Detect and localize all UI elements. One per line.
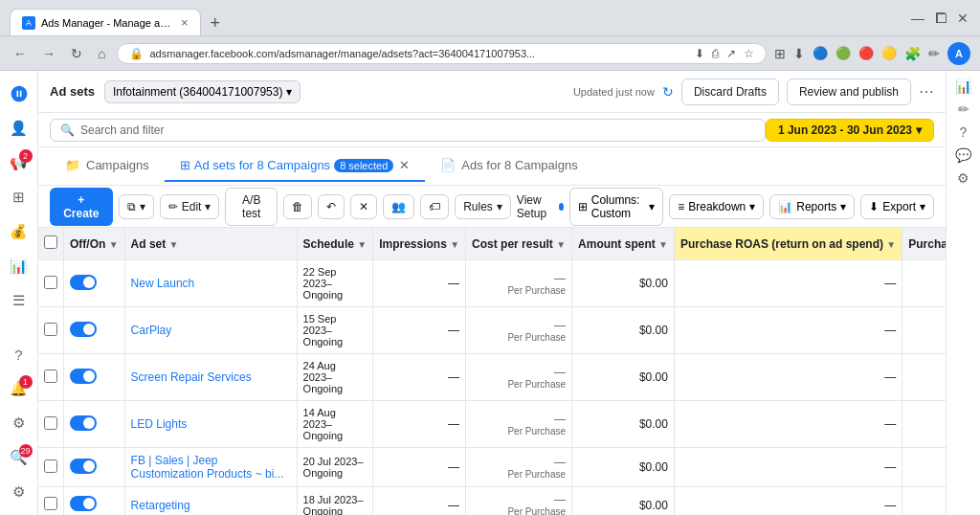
- browser-ext-4[interactable]: 🟡: [881, 46, 897, 60]
- remove-button[interactable]: ✕: [350, 194, 377, 219]
- discard-drafts-button[interactable]: Discard Drafts: [681, 78, 779, 105]
- sidebar-settings-icon[interactable]: ⚙: [4, 408, 34, 438]
- back-button[interactable]: ←: [10, 44, 31, 63]
- row-toggle[interactable]: [70, 415, 97, 431]
- ad-set-link[interactable]: LED Lights: [131, 417, 188, 431]
- ad-set-link[interactable]: FB | Sales | Jeep Customization Products…: [131, 454, 284, 481]
- more-options-button[interactable]: ⋯: [919, 82, 934, 101]
- sidebar-config-icon[interactable]: ⚙: [4, 477, 34, 507]
- export-button[interactable]: ⬇ Export ▾: [860, 194, 934, 219]
- right-help-icon[interactable]: ?: [960, 124, 968, 140]
- ad-set-link[interactable]: Screen Repair Services: [131, 370, 252, 384]
- close-window-button[interactable]: ✕: [955, 9, 970, 28]
- download-manager-icon[interactable]: ⬇: [793, 46, 805, 61]
- row-toggle-cell[interactable]: [64, 487, 125, 516]
- amount-spent-header[interactable]: Amount spent ▼: [572, 228, 675, 260]
- ad-set-link[interactable]: CarPlay: [131, 324, 172, 337]
- campaigns-tab[interactable]: 📁 Campaigns: [50, 150, 165, 182]
- row-toggle-cell[interactable]: [64, 401, 125, 448]
- off-on-header[interactable]: Off/On ▼: [64, 228, 125, 260]
- ad-set-link[interactable]: Retargeting: [131, 499, 190, 512]
- right-chat-icon[interactable]: 💬: [955, 147, 971, 163]
- row-toggle-cell[interactable]: [64, 448, 125, 487]
- ads-tab[interactable]: 📄 Ads for 8 Campaigns: [425, 150, 592, 182]
- tag-button[interactable]: 🏷: [420, 194, 449, 219]
- row-checkbox[interactable]: [44, 459, 57, 473]
- minimize-button[interactable]: —: [909, 9, 926, 28]
- right-pencil-icon[interactable]: ✏: [958, 101, 969, 117]
- row-toggle[interactable]: [70, 496, 97, 511]
- pen-icon[interactable]: ✏: [928, 46, 940, 61]
- impressions-header[interactable]: Impressions ▼: [373, 228, 466, 260]
- rules-button[interactable]: Rules ▾: [455, 194, 511, 219]
- row-checkbox-cell[interactable]: [38, 260, 64, 307]
- browser-ext-2[interactable]: 🟢: [835, 46, 851, 60]
- row-checkbox-cell[interactable]: [38, 307, 64, 354]
- row-checkbox[interactable]: [44, 369, 57, 383]
- sidebar-list-icon[interactable]: ☰: [4, 285, 34, 316]
- view-setup-button[interactable]: View Setup: [517, 193, 564, 220]
- row-checkbox-cell[interactable]: [38, 354, 64, 401]
- columns-button[interactable]: ⊞ Columns: Custom ▾: [569, 188, 663, 226]
- refresh-button[interactable]: ↻: [662, 84, 674, 100]
- schedule-header[interactable]: Schedule ▼: [297, 228, 373, 260]
- star-icon[interactable]: ☆: [744, 47, 754, 60]
- row-toggle[interactable]: [70, 369, 97, 384]
- sidebar-search-icon[interactable]: 🔍 29: [4, 442, 34, 473]
- ad-set-link[interactable]: New Launch: [131, 277, 195, 290]
- tab-close-button[interactable]: ×: [181, 15, 189, 30]
- profile-button[interactable]: A: [947, 42, 970, 65]
- cost-per-result-header[interactable]: Cost per result ▼: [466, 228, 572, 260]
- share-icon[interactable]: ↗: [726, 47, 736, 60]
- clear-selection-button[interactable]: ✕: [399, 158, 410, 172]
- row-checkbox[interactable]: [44, 276, 57, 289]
- row-checkbox[interactable]: [44, 497, 57, 510]
- sidebar-user-icon[interactable]: 👤: [4, 113, 34, 144]
- create-button[interactable]: + Create: [50, 188, 113, 226]
- date-range-button[interactable]: 1 Jun 2023 - 30 Jun 2023 ▾: [766, 119, 934, 142]
- search-filter-bar[interactable]: 🔍 Search and filter: [50, 119, 766, 142]
- campaign-selector[interactable]: Infotainment (364004171007953) ▾: [104, 80, 301, 103]
- forward-button[interactable]: →: [38, 44, 59, 63]
- row-toggle[interactable]: [70, 459, 97, 474]
- screenshot-icon[interactable]: ⎙: [712, 47, 719, 60]
- row-toggle[interactable]: [70, 275, 97, 290]
- browser-ext-3[interactable]: 🔴: [858, 46, 874, 60]
- maximize-button[interactable]: ⧠: [932, 9, 949, 28]
- row-toggle-cell[interactable]: [64, 307, 125, 354]
- new-tab-button[interactable]: +: [205, 11, 227, 35]
- select-all-checkbox[interactable]: [44, 235, 57, 249]
- ad-sets-tab[interactable]: ⊞ Ad sets for 8 Campaigns 8 selected ✕: [165, 150, 426, 182]
- edit-button[interactable]: ✏ Edit ▾: [160, 194, 220, 219]
- reload-button[interactable]: ↻: [67, 44, 86, 63]
- purchase-roas-header[interactable]: Purchase ROAS (return on ad spend) ▼: [674, 228, 902, 260]
- browser-ext-1[interactable]: 🔵: [813, 46, 828, 60]
- audience-button[interactable]: 👥: [383, 194, 414, 219]
- ab-test-button[interactable]: A/B test: [225, 188, 278, 226]
- row-toggle-cell[interactable]: [64, 354, 125, 401]
- sidebar-dollar-icon[interactable]: 💰: [4, 216, 34, 247]
- duplicate-button[interactable]: ⧉ ▾: [119, 194, 154, 219]
- purchases-conv-header[interactable]: Purchases conversion value ▼: [902, 228, 946, 260]
- sidebar-bell-icon[interactable]: 🔔 1: [4, 373, 34, 404]
- active-tab[interactable]: A Ads Manager - Manage ads - A... ×: [10, 9, 201, 35]
- sidebar-chart-icon[interactable]: 📊: [4, 251, 34, 281]
- right-settings-icon[interactable]: ⚙: [957, 170, 969, 186]
- address-bar[interactable]: 🔒 adsmanager.facebook.com/adsmanager/man…: [117, 43, 767, 64]
- sidebar-help-icon[interactable]: ?: [4, 339, 34, 369]
- row-toggle[interactable]: [70, 322, 97, 337]
- extensions-icon[interactable]: ⊞: [774, 46, 786, 61]
- sidebar-grid-icon[interactable]: ⊞: [4, 182, 34, 213]
- row-toggle-cell[interactable]: [64, 260, 125, 307]
- download-icon[interactable]: ⬇: [695, 47, 704, 60]
- breakdown-button[interactable]: ≡ Breakdown ▾: [669, 194, 764, 219]
- row-checkbox-cell[interactable]: [38, 487, 64, 516]
- ad-set-header[interactable]: Ad set ▼: [124, 228, 297, 260]
- reports-button[interactable]: 📊 Reports ▾: [769, 194, 855, 219]
- home-button[interactable]: ⌂: [94, 44, 109, 63]
- sidebar-megaphone-icon[interactable]: 📢 2: [4, 147, 34, 178]
- sidebar-meta-icon[interactable]: [4, 78, 34, 109]
- review-publish-button[interactable]: Review and publish: [787, 78, 911, 105]
- delete-button[interactable]: 🗑: [283, 194, 312, 219]
- row-checkbox-cell[interactable]: [38, 448, 64, 487]
